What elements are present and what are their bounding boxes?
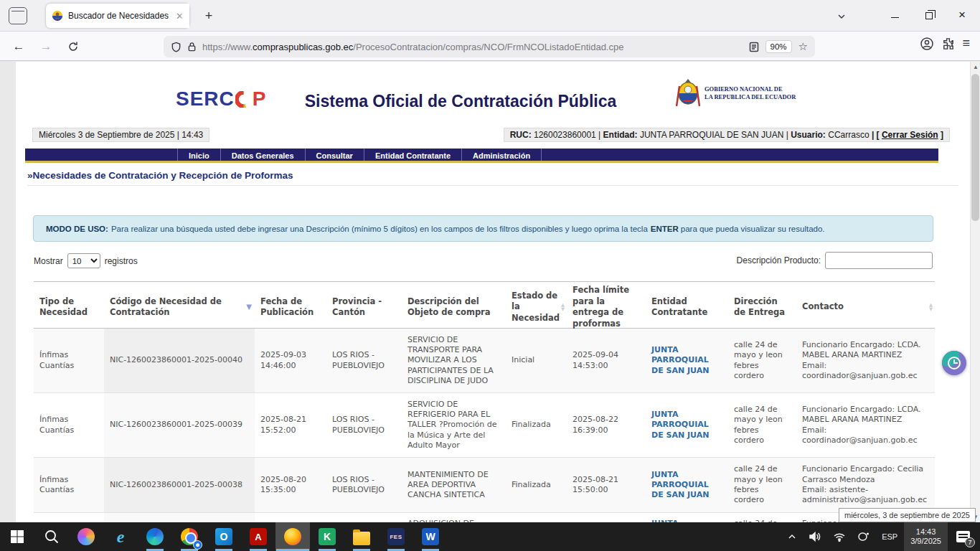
column-header[interactable]: Entidad Contratante — [646, 282, 728, 332]
column-header[interactable]: Fecha límite para la entrega de proforma… — [567, 282, 646, 332]
cell-contacto: Funcionario Encargado: Cecilia Carrasco … — [796, 458, 935, 512]
cell-estado-necesidad: Finalizada — [506, 458, 567, 512]
gov-text-line2: LA REPUBLICA DEL ECUADOR — [705, 93, 796, 101]
scrollbar-thumb[interactable] — [971, 74, 979, 221]
taskbar-word-icon[interactable]: W — [413, 522, 448, 551]
zoom-level-badge[interactable]: 90% — [765, 40, 792, 53]
column-header[interactable]: Descripción del Objeto de compra — [402, 282, 506, 332]
ecuador-coat-of-arms-icon — [676, 77, 700, 109]
tracking-shield-icon[interactable] — [171, 42, 182, 52]
taskbar-kaspersky-icon[interactable]: K — [310, 522, 344, 551]
extensions-puzzle-icon[interactable] — [941, 37, 955, 50]
menu-hamburger-icon[interactable]: ≡ — [962, 36, 970, 51]
taskbar-copilot-icon[interactable] — [69, 522, 103, 551]
column-header[interactable]: Fecha de Publicación — [255, 282, 326, 332]
taskbar-file-explorer-icon[interactable] — [344, 522, 379, 551]
nav-item-administración[interactable]: Administración — [461, 149, 542, 161]
nav-item-inicio[interactable]: Inicio — [177, 149, 220, 161]
taskbar-clock[interactable]: 14:43 3/9/2025 — [904, 522, 948, 551]
cell-descripcion-objeto: ADQUISICION DE — [402, 513, 506, 522]
floating-accessibility-clock-widget[interactable] — [942, 351, 966, 375]
sort-toggle-icon: ▲▼ — [929, 303, 933, 311]
back-button[interactable]: ← — [9, 37, 29, 56]
column-header[interactable]: Dirección de Entrega — [728, 282, 796, 332]
cell-fecha-limite: 2025-09-04 14:53:00 — [567, 329, 646, 392]
account-icon[interactable] — [920, 37, 934, 51]
notification-center-icon[interactable]: 7 — [949, 522, 977, 551]
needs-table: Tipo de NecesidadCódigo de Necesidad de … — [34, 281, 935, 522]
table-row: Ínfimas CuantíasNIC-1260023860001-2025-0… — [34, 329, 935, 393]
cell-direccion-entrega: calle 24 de — [728, 513, 796, 522]
column-header[interactable]: Código de Necesidad de Contratación▼ — [104, 282, 255, 332]
page-size-select[interactable]: 10 — [67, 253, 100, 268]
clock-icon — [948, 357, 961, 369]
taskbar-start-icon[interactable] — [0, 522, 34, 551]
clock-time: 14:43 — [916, 527, 936, 537]
reader-mode-icon[interactable] — [749, 42, 759, 52]
nav-item-datos-generales[interactable]: Datos Generales — [220, 149, 305, 161]
cell-estado-necesidad: Finalizada — [506, 393, 567, 457]
tab-list-chevron-icon[interactable] — [831, 6, 852, 26]
taskbar-acrobat-icon[interactable]: A — [241, 522, 275, 551]
column-header[interactable]: Tipo de Necesidad — [34, 282, 104, 332]
column-header[interactable]: Contacto▲▼ — [796, 282, 935, 332]
cell-descripcion-objeto: MANTENIMIENTO DE AREA DEPORTIVA CANCHA S… — [402, 458, 506, 512]
logout-link[interactable]: Cerrar Sesión — [882, 130, 938, 140]
sercop-logo: SERC P — [176, 88, 266, 110]
browser-toolbar: ← → https://www.compraspublicas.gob.ec/P… — [0, 32, 980, 61]
tray-chevron-up-icon[interactable] — [782, 522, 802, 551]
tab-overview-icon[interactable] — [9, 7, 27, 24]
product-description-input[interactable] — [825, 252, 933, 269]
reload-button[interactable] — [63, 37, 83, 56]
government-logo: GOBIERNO NACIONAL DE LA REPUBLICA DEL EC… — [676, 77, 796, 109]
records-label: registros — [105, 256, 138, 266]
page-scrollbar[interactable]: ▲ ▼ — [970, 62, 980, 522]
contact-line: Email: asistente-administrativo@sanjuan.… — [802, 485, 929, 506]
column-header-label: Provincia - Cantón — [332, 296, 392, 319]
entidad-contratante-link[interactable]: JUNTA PARROQUIAL DE SAN JUAN — [651, 345, 722, 376]
cell-codigo-necesidad: NIC-1260023860001-2025-00040 — [104, 329, 255, 392]
taskbar-fes-icon[interactable]: FES — [379, 522, 413, 551]
taskbar-chrome-icon[interactable] — [172, 522, 207, 551]
restore-button[interactable] — [918, 6, 940, 26]
bookmark-star-icon[interactable]: ☆ — [798, 40, 808, 53]
lock-icon[interactable] — [187, 42, 197, 52]
contact-line: Funcionario Encargado: Cecilia Carrasco … — [802, 464, 929, 485]
taskbar-search-icon[interactable] — [34, 522, 69, 551]
entidad-contratante-link[interactable]: JUNTA PARROQUIAL DE SAN JUAN — [651, 410, 722, 441]
taskbar-firefox-icon[interactable] — [275, 522, 310, 551]
table-header-row: Tipo de NecesidadCódigo de Necesidad de … — [34, 281, 935, 329]
usage-note: MODO DE USO: Para realizar una búsqueda … — [33, 215, 933, 242]
scrollbar-up-icon[interactable]: ▲ — [971, 62, 980, 72]
nav-item-consultar[interactable]: Consultar — [305, 149, 364, 161]
table-row: Ínfimas CuantíasNIC-1260023860001-2025-0… — [34, 393, 935, 458]
gov-text-line1: GOBIERNO NACIONAL DE — [705, 85, 796, 93]
column-header[interactable]: Estado de la Necesidad▲▼ — [506, 282, 567, 332]
url-bar[interactable]: https://www.compraspublicas.gob.ec/Proce… — [164, 36, 815, 57]
column-header-label: Fecha de Publicación — [260, 296, 316, 319]
forward-button[interactable]: → — [36, 37, 56, 56]
taskbar-internet-explorer-icon[interactable]: e — [103, 522, 138, 551]
taskbar-edge-icon[interactable] — [138, 522, 172, 551]
datetime-bar: Miércoles 3 de Septiembre de 2025 | 14:4… — [32, 128, 209, 142]
language-indicator[interactable]: ESP — [877, 522, 903, 551]
column-header-label: Contacto — [802, 301, 844, 313]
column-header[interactable]: Provincia - Cantón — [326, 282, 402, 332]
new-tab-button[interactable]: + — [199, 7, 218, 24]
column-header-label: Fecha límite para la entrega de proforma… — [573, 285, 636, 329]
nav-item-entidad-contratante[interactable]: Entidad Contratante — [364, 149, 461, 161]
wifi-icon[interactable] — [828, 522, 851, 551]
url-text[interactable]: https://www.compraspublicas.gob.ec/Proce… — [202, 42, 623, 52]
minimize-button[interactable] — [884, 6, 905, 26]
entidad-contratante-link[interactable]: JUNTA PARROQUIAL DE SAN JUAN — [651, 470, 722, 501]
volume-icon[interactable] — [804, 522, 826, 551]
meet-now-icon[interactable] — [852, 522, 875, 551]
cell-provincia-canton: LOS RIOS - PUEBLOVIEJO — [326, 458, 402, 512]
close-button[interactable]: × — [951, 6, 973, 26]
column-header-label: Código de Necesidad de Contratación — [110, 296, 245, 319]
taskbar-outlook-icon[interactable]: O — [207, 522, 241, 551]
cell-fecha-limite: 2025-08-21 15:50:00 — [567, 458, 646, 512]
cell-codigo-necesidad: NIC-1260023860001-2025-00038 — [104, 458, 255, 512]
browser-tab[interactable]: Buscador de Necesidades de Co ✕ — [46, 4, 189, 28]
cell-fecha-publicacion: 2025-08-20 15:35:00 — [255, 458, 326, 512]
